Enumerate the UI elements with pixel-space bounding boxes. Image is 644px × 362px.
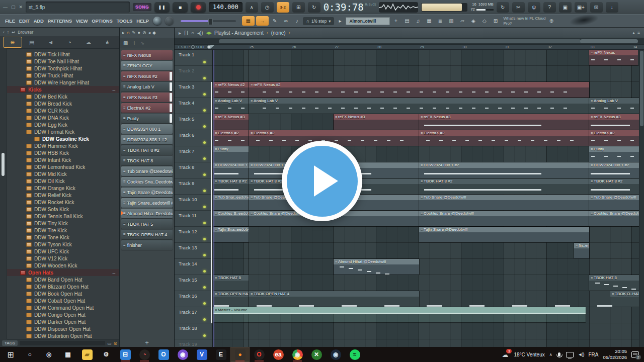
tempo-tap-icon[interactable]: ◇ (479, 16, 490, 26)
track-mute-led[interactable] (203, 173, 206, 176)
tab-files[interactable]: ▤ (23, 37, 41, 47)
add-pattern-icon[interactable]: + (390, 16, 401, 26)
loop-record-icon[interactable]: ↻ (308, 2, 320, 13)
volume-icon[interactable]: ◄)) (578, 352, 584, 357)
add-pattern-button[interactable]: + (120, 338, 174, 347)
track-mute-led[interactable] (203, 77, 206, 79)
menu-item[interactable]: VIEW (74, 18, 90, 24)
pattern-row[interactable]: ≡ Tajin Snare..eedotwill #2 (121, 198, 173, 208)
pattern-clip[interactable]: ≡ reFX Nexus #2 (249, 82, 589, 98)
pattern-clip[interactable]: ≡ Analog Lab V (589, 98, 644, 114)
pattern-row[interactable]: ≡ DDW2024 808 1 (121, 124, 173, 134)
v-app-icon[interactable] (192, 347, 211, 362)
track-mute-led[interactable] (203, 93, 206, 96)
track-mute-led[interactable] (203, 206, 206, 208)
focus-icon[interactable]: ⌈⌋ (184, 30, 188, 36)
channel-rack-panel-icon[interactable]: ▦ (424, 16, 434, 26)
playlist-ruler[interactable]: + STEP SLIDE 25262728293031323334 (175, 45, 644, 50)
Track 3-icon[interactable]: Track 3 (175, 82, 212, 98)
fl-studio-icon[interactable] (230, 347, 250, 362)
slider-handle[interactable] (208, 18, 213, 25)
playlist-grid[interactable]: ≡ reFX Nexus ≡ reFX Nexus #2 ≡ (213, 50, 644, 347)
browser-item[interactable]: DDW Tiny Kick (0, 220, 119, 227)
pattern-row[interactable]: ≡ Almond Hiha..Deedotwill (121, 209, 173, 218)
Track 18-icon[interactable]: Track 18 (175, 323, 212, 339)
collapse-icon[interactable]: – (112, 270, 115, 276)
media-player-icon[interactable] (135, 347, 154, 362)
pattern-clip[interactable]: ≡ Tub Snare @Deedotwill (419, 195, 589, 210)
Track 10-icon[interactable]: Track 10 (175, 195, 212, 211)
pattern-row[interactable]: ≡ reFX Nexus (121, 50, 173, 60)
browser-scrollbar[interactable] (0, 48, 7, 339)
track-mute-led[interactable] (203, 270, 206, 273)
browser-item[interactable]: DDW Bed Kick (0, 93, 119, 100)
track-mute-led[interactable] (203, 254, 206, 256)
ruler-numbers[interactable]: 25262728293031323334 (213, 45, 644, 49)
tray-chevron-icon[interactable]: ∧ (549, 352, 552, 357)
track-mute-led[interactable] (203, 222, 206, 224)
shop-cart-icon[interactable]: ⊞ (490, 16, 501, 26)
browser-item[interactable]: Open Hats – (0, 269, 119, 276)
pattern-clip[interactable]: ≡ TBOK HAT 5 (213, 275, 249, 291)
browser-item[interactable]: DDW Band Open Hat (0, 276, 119, 283)
pattern-row[interactable]: ≡ finisher (121, 240, 173, 250)
feedback-icon[interactable]: ✉ (590, 2, 603, 13)
pattern-clip[interactable]: ≡ reFX Nexus #3 (213, 114, 249, 130)
task-view-icon[interactable] (58, 347, 77, 362)
Track 16-icon[interactable]: Track 16 (175, 291, 212, 307)
bpm-display[interactable]: 140.000 (209, 2, 243, 12)
pattern-row[interactable]: ≡ TBOK HAT 8 #2 (121, 145, 173, 155)
track-mute-led[interactable] (203, 61, 206, 63)
settings-icon[interactable] (97, 347, 116, 362)
playhead-marker-icon[interactable] (210, 45, 215, 49)
piano-roll-panel-icon[interactable]: ♫ (413, 16, 423, 26)
browser-item[interactable]: DDW Toothpick Hihat (0, 65, 119, 72)
track-mute-led[interactable] (203, 109, 206, 112)
microsoft-store-icon[interactable] (116, 347, 135, 362)
refresh-icon[interactable]: ↻ (497, 2, 509, 13)
Track 2-icon[interactable]: Track 2 (175, 66, 212, 82)
step-toggle-label[interactable]: STEP (181, 45, 190, 49)
hscroll-handle[interactable] (219, 39, 581, 43)
song-mode-led[interactable]: SONG (133, 3, 151, 11)
cortana-icon[interactable] (39, 347, 58, 362)
Track 11-icon[interactable]: Track 11 (175, 211, 212, 227)
mic-record-icon[interactable]: ψ (528, 2, 540, 13)
pattern-clip[interactable]: ≡ TBOK HAT 8 #2 (213, 178, 249, 194)
menu-item[interactable]: PATTERNS (46, 18, 74, 24)
play-next-icon[interactable]: ▸ (335, 16, 345, 26)
menu-item[interactable]: HELP (134, 18, 151, 24)
pattern-clip[interactable]: ≡ Almond Hihat @Deedotwill (334, 259, 419, 275)
pattern-row[interactable]: ≡ TBOK HAT 5 (121, 219, 173, 229)
opera-icon[interactable] (250, 347, 269, 362)
typing-piano-icon[interactable]: ∩ (127, 30, 130, 35)
track-mute-led[interactable] (203, 190, 206, 192)
pause-button[interactable]: ❚❚ (154, 2, 170, 13)
browser-item[interactable]: DDW Lemonhead Kick (0, 163, 119, 170)
track-mute-led[interactable] (203, 238, 206, 240)
Track 9-icon[interactable]: Track 9 (175, 178, 212, 195)
network-icon[interactable] (566, 352, 574, 357)
browser-item[interactable]: DDW HSB Kick (0, 149, 119, 156)
track-mute-led[interactable] (203, 302, 206, 305)
browser-item[interactable]: DDW Wire Hanger Hihat (0, 79, 119, 86)
Track 13-icon[interactable]: Track 13 (175, 243, 212, 259)
file-explorer-icon[interactable] (77, 347, 97, 362)
browser-item[interactable]: DDW Tyson Kick (0, 241, 119, 248)
mixer-panel-icon[interactable]: ≣ (435, 16, 445, 26)
track-mute-led[interactable] (203, 286, 206, 289)
browser-item[interactable]: DDW Cobalt Open Hat (0, 297, 119, 304)
Track 7-icon[interactable]: Track 7 (175, 146, 212, 162)
expand-icon[interactable]: ▸ (122, 30, 125, 35)
pattern-clip[interactable]: ≡ Purity (213, 146, 249, 162)
browser-item[interactable]: DDW Wooden Kick (0, 262, 119, 269)
main-pitch-knob[interactable] (165, 17, 174, 25)
browser-item[interactable]: DDW CLR Kick (0, 107, 119, 114)
add-track-icon[interactable]: + (178, 45, 180, 49)
minimize-icon[interactable]: — (3, 5, 8, 10)
time-display[interactable]: 0:39:78 M:S:CS (324, 2, 376, 13)
pattern-clip[interactable]: ≡ ElectraX #2 (213, 130, 249, 146)
pattern-row[interactable]: ≡ TBOK HAT 8 (121, 156, 173, 165)
browser-item[interactable]: DDW Congo Open Hat (0, 311, 119, 318)
pattern-clip[interactable]: ≡ reFX Nexus #3 (334, 114, 419, 130)
